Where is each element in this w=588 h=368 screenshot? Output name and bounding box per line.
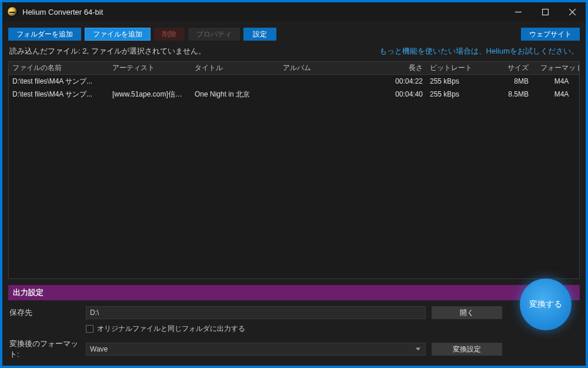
minimize-icon <box>515 9 522 15</box>
cell-filename: D:\test files\M4A サンプ... <box>9 89 109 100</box>
cell-bitrate: 255 kBps <box>426 77 485 85</box>
maximize-button[interactable] <box>532 2 559 21</box>
format-select[interactable]: Wave <box>86 343 426 356</box>
app-window: Helium Converter 64-bit フォルダーを追加 ファイルを追加… <box>2 2 586 366</box>
cell-title: One Night in 北京 <box>191 89 279 100</box>
format-select-value: Wave <box>90 345 108 353</box>
dest-label: 保存先 <box>9 307 80 318</box>
toolbar: フォルダーを追加 ファイルを追加 削除 プロパティ 設定 ウェブサイト <box>2 25 586 44</box>
convert-settings-button[interactable]: 変換設定 <box>432 343 502 356</box>
dest-input[interactable] <box>86 306 426 319</box>
format-label: 変換後のフォーマット: <box>9 339 80 360</box>
cell-bitrate: 255 kBps <box>426 90 485 98</box>
convert-button[interactable]: 変換する <box>520 279 572 330</box>
cell-length: 00:04:22 <box>373 77 426 85</box>
cell-filename: D:\test files\M4A サンプ... <box>9 77 109 87</box>
col-artist[interactable]: アーティスト <box>109 63 191 73</box>
window-buttons <box>505 2 586 21</box>
file-list-header: ファイルの名前 アーティスト タイトル アルバム 長さ ビットレート サイズ フ… <box>9 62 579 75</box>
col-album[interactable]: アルバム <box>279 63 373 73</box>
col-bitrate[interactable]: ビットレート <box>426 63 485 73</box>
col-length[interactable]: 長さ <box>373 63 426 73</box>
window-title: Helium Converter 64-bit <box>22 8 103 16</box>
same-folder-checkbox[interactable] <box>86 325 93 333</box>
cell-artist: [www.51ape.com]信乐团 <box>109 89 191 100</box>
same-folder-checkbox-line: オリジナルファイルと同じフォルダに出力する <box>86 324 502 334</box>
add-folder-button[interactable]: フォルダーを追加 <box>8 28 81 41</box>
file-list-body[interactable]: D:\test files\M4A サンプ... 00:04:22 255 kB… <box>9 75 579 279</box>
col-filename[interactable]: ファイルの名前 <box>9 63 109 73</box>
status-right-link[interactable]: もっと機能を使いたい場合は、Heliumをお試しください。 <box>379 46 579 57</box>
properties-button: プロパティ <box>188 28 240 41</box>
cell-format: M4A <box>532 90 579 98</box>
cell-size: 8.5MB <box>485 90 532 98</box>
maximize-icon <box>542 9 549 15</box>
file-list: ファイルの名前 アーティスト タイトル アルバム 長さ ビットレート サイズ フ… <box>8 61 580 279</box>
output-section-header: 出力設定 <box>8 285 580 300</box>
cell-format: M4A <box>532 77 579 85</box>
close-button[interactable] <box>559 2 586 21</box>
close-icon <box>569 9 576 15</box>
settings-button[interactable]: 設定 <box>243 28 276 41</box>
output-section: 出力設定 保存先 開く オリジナルファイルと同じフォルダに出力する 変換後のフォ… <box>8 285 580 366</box>
svg-rect-1 <box>542 9 548 15</box>
status-left: 読み込んだファイル: 2, ファイルが選択されていません。 <box>9 46 206 57</box>
minimize-button[interactable] <box>505 2 532 21</box>
col-format[interactable]: フォーマット <box>532 63 580 73</box>
table-row[interactable]: D:\test files\M4A サンプ... 00:04:22 255 kB… <box>9 75 579 88</box>
col-size[interactable]: サイズ <box>485 63 532 73</box>
app-icon <box>7 6 18 17</box>
table-row[interactable]: D:\test files\M4A サンプ... [www.51ape.com]… <box>9 88 579 101</box>
titlebar: Helium Converter 64-bit <box>2 2 586 21</box>
website-button[interactable]: ウェブサイト <box>521 28 580 41</box>
open-button[interactable]: 開く <box>432 306 502 319</box>
delete-button: 削除 <box>154 28 185 41</box>
status-line: 読み込んだファイル: 2, ファイルが選択されていません。 もっと機能を使いたい… <box>2 44 586 61</box>
cell-length: 00:04:40 <box>373 90 426 98</box>
col-title[interactable]: タイトル <box>191 63 279 73</box>
add-file-button[interactable]: ファイルを追加 <box>85 28 151 41</box>
same-folder-label: オリジナルファイルと同じフォルダに出力する <box>97 324 245 334</box>
cell-size: 8MB <box>485 77 532 85</box>
output-grid: 保存先 開く オリジナルファイルと同じフォルダに出力する 変換後のフォーマット:… <box>8 300 580 366</box>
